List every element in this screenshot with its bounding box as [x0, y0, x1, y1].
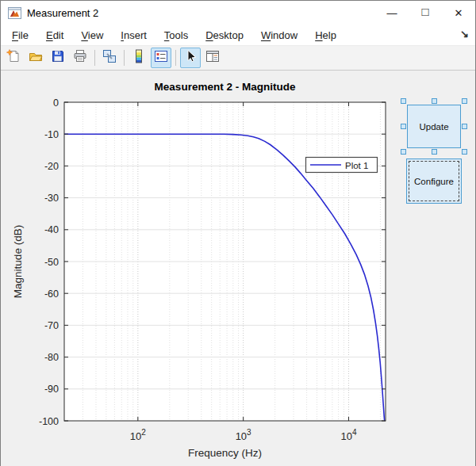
- save-figure-button[interactable]: [48, 48, 68, 68]
- svg-text:-40: -40: [44, 224, 59, 235]
- y-axis-label: Magnitude (dB): [12, 225, 24, 298]
- magnitude-plot: 0-10-20-30-40-50-60-70-80-90-10010210310…: [1, 71, 476, 466]
- new-figure-button[interactable]: [3, 48, 24, 68]
- svg-text:-80: -80: [44, 352, 59, 363]
- svg-text:103: 103: [236, 428, 251, 442]
- menu-tools[interactable]: Tools: [158, 27, 194, 44]
- property-inspector-icon: [205, 49, 220, 67]
- menu-desktop[interactable]: Desktop: [199, 27, 250, 44]
- title-bar: Measurement 2 — □ ✕: [1, 1, 475, 25]
- open-folder-icon: [29, 49, 43, 67]
- svg-text:-90: -90: [44, 384, 59, 395]
- edit-plot-button[interactable]: [180, 48, 201, 68]
- matlab-logo-icon: [8, 7, 21, 19]
- link-plot-icon: [102, 49, 117, 67]
- colorbar-icon: [132, 49, 146, 67]
- maximize-button[interactable]: □: [409, 0, 442, 24]
- toolbar-separator: [124, 50, 125, 66]
- link-plot-button[interactable]: [99, 48, 120, 68]
- menu-file[interactable]: File: [6, 27, 35, 44]
- y-tick-labels: 0-10-20-30-40-50-60-70-80-90-100: [39, 97, 59, 427]
- x-axis-label: Frequency (Hz): [188, 447, 262, 459]
- property-inspector-button[interactable]: [202, 48, 223, 68]
- plot-title: Measurement 2 - Magnitude: [155, 81, 296, 93]
- figure-canvas: 0-10-20-30-40-50-60-70-80-90-10010210310…: [1, 71, 475, 466]
- open-file-button[interactable]: [25, 48, 46, 68]
- svg-text:-10: -10: [44, 129, 59, 140]
- print-icon: [73, 49, 87, 67]
- toolbar-separator: [94, 50, 95, 66]
- new-document-icon: [6, 49, 21, 67]
- toolbar-separator: [175, 50, 176, 66]
- pointer-arrow-icon: [183, 49, 198, 67]
- legend[interactable]: Plot 1: [306, 158, 378, 173]
- svg-text:102: 102: [130, 428, 146, 442]
- insert-colorbar-button[interactable]: [129, 48, 149, 68]
- menu-insert[interactable]: Insert: [114, 27, 153, 44]
- figure-window: Measurement 2 — □ ✕ FileEditViewInsertTo…: [0, 0, 476, 466]
- menu-view[interactable]: View: [75, 27, 109, 44]
- configure-button[interactable]: Configure: [406, 159, 462, 204]
- legend-icon: [154, 49, 168, 67]
- dock-figure-icon[interactable]: ↘: [460, 28, 469, 40]
- save-icon: [51, 49, 65, 67]
- update-button[interactable]: Update: [407, 105, 461, 148]
- svg-text:104: 104: [340, 428, 356, 442]
- insert-legend-button[interactable]: [151, 48, 171, 68]
- menu-window[interactable]: Window: [255, 27, 304, 44]
- svg-text:-30: -30: [44, 193, 59, 204]
- minimize-button[interactable]: —: [375, 1, 409, 25]
- svg-text:-50: -50: [44, 257, 59, 268]
- window-title: Measurement 2: [27, 7, 98, 19]
- x-tick-labels: 102103104: [130, 428, 357, 442]
- svg-text:-100: -100: [39, 416, 59, 427]
- menu-bar: FileEditViewInsertToolsDesktopWindowHelp…: [1, 25, 475, 46]
- menu-edit[interactable]: Edit: [40, 27, 70, 44]
- print-figure-button[interactable]: [70, 48, 90, 68]
- menu-help[interactable]: Help: [309, 27, 343, 44]
- svg-text:-60: -60: [44, 288, 59, 300]
- svg-text:-20: -20: [44, 161, 59, 172]
- close-button[interactable]: ✕: [442, 1, 475, 25]
- legend-label: Plot 1: [345, 161, 368, 170]
- svg-text:0: 0: [53, 97, 59, 109]
- figure-toolbar: [1, 46, 475, 71]
- svg-text:-70: -70: [44, 320, 59, 331]
